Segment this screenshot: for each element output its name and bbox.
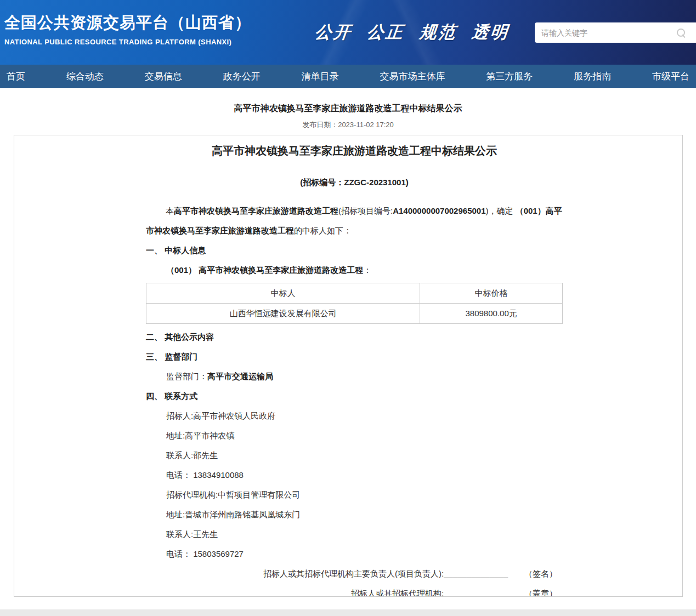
nav-item-city-platform[interactable]: 市级平台 xyxy=(652,70,689,83)
contact-line-person2: 联系人:王先生 xyxy=(146,524,563,544)
signature-line-signer: 招标人或其招标代理机构主要负责人(项目负责人):______________（签… xyxy=(146,564,563,584)
nav-item-trade-info[interactable]: 交易信息 xyxy=(145,70,182,83)
table-header-price: 中标价格 xyxy=(420,283,563,304)
slogan-word: 公开 xyxy=(314,21,353,44)
nav-item-home[interactable]: 首页 xyxy=(7,70,25,83)
slogan-word: 透明 xyxy=(471,21,510,44)
search-icon[interactable] xyxy=(677,28,685,37)
nav-item-third-party[interactable]: 第三方服务 xyxy=(486,70,533,83)
intro-paragraph: 本高平市神农镇换马至李家庄旅游道路改造工程(招标项目编号:A1400000007… xyxy=(146,201,563,241)
contact-line-phone2: 电话： 15803569727 xyxy=(146,544,563,564)
signature-line-seal: 招标人或其招标代理机构:______________（盖章） xyxy=(146,584,563,597)
winner-price: 3809800.00元 xyxy=(420,304,563,324)
nav-item-gov-disclosure[interactable]: 政务公开 xyxy=(223,70,261,83)
section2-heading: 二、 其他公示内容 xyxy=(146,327,563,347)
article-content: 高平市神农镇换马至李家庄旅游道路改造工程中标结果公示 (招标编号：ZZGC-20… xyxy=(146,144,563,597)
publish-date-value: 2023-11-02 17:20 xyxy=(338,121,394,129)
header-slogan: 公开 公正 规范 透明 xyxy=(315,21,522,44)
bid-number: (招标编号：ZZGC-20231001) xyxy=(146,173,563,192)
section1-heading: 一、 中标人信息 xyxy=(146,241,563,260)
bid-result-table: 中标人 中标价格 山西华恒远建设发展有限公司 3809800.00元 xyxy=(146,283,563,324)
slogan-word: 规范 xyxy=(418,21,458,44)
contact-line-address2: 地址:晋城市泽州南路铭基凤凰城东门 xyxy=(146,505,563,524)
section3-heading: 三、 监督部门 xyxy=(146,347,563,367)
contact-line-tenderer: 招标人:高平市神农镇人民政府 xyxy=(146,406,563,426)
site-logo-subtitle: NATIONAL PUBLIC RESOURCE TRADING PLATFOR… xyxy=(4,38,251,46)
publish-date-label: 发布日期： xyxy=(302,121,338,129)
page-title: 高平市神农镇换马至李家庄旅游道路改造工程中标结果公示 xyxy=(0,103,696,115)
nav-item-market-entities[interactable]: 交易市场主体库 xyxy=(380,70,445,83)
section4-heading: 四、 联系方式 xyxy=(146,386,563,406)
search-box xyxy=(535,22,696,43)
contact-line-phone1: 电话： 13834910088 xyxy=(146,465,563,485)
contact-line-address1: 地址:高平市神农镇 xyxy=(146,426,563,446)
slogan-word: 公正 xyxy=(366,21,405,44)
contact-line-agency: 招标代理机构:中哲项目管理有限公司 xyxy=(146,485,563,505)
footer-strip xyxy=(0,609,696,616)
article-title: 高平市神农镇换马至李家庄旅游道路改造工程中标结果公示 xyxy=(146,144,563,158)
table-row: 山西华恒远建设发展有限公司 3809800.00元 xyxy=(146,304,563,324)
article-box: 高平市神农镇换马至李家庄旅游道路改造工程中标结果公示 (招标编号：ZZGC-20… xyxy=(14,135,683,597)
site-header: 全国公共资源交易平台（山西省） NATIONAL PUBLIC RESOURCE… xyxy=(0,0,696,65)
table-header-winner: 中标人 xyxy=(146,283,420,304)
nav-item-list-catalog[interactable]: 清单目录 xyxy=(302,70,339,83)
nav-item-service-guide[interactable]: 服务指南 xyxy=(574,70,611,83)
section1-subtitle: （001） 高平市神农镇换马至李家庄旅游道路改造工程： xyxy=(146,260,563,280)
publish-date: 发布日期：2023-11-02 17:20 xyxy=(0,120,696,130)
site-logo-title: 全国公共资源交易平台（山西省） xyxy=(4,12,251,34)
nav-item-news[interactable]: 综合动态 xyxy=(66,70,104,83)
winner-name: 山西华恒远建设发展有限公司 xyxy=(146,304,420,324)
table-header-row: 中标人 中标价格 xyxy=(146,283,563,304)
site-logo[interactable]: 全国公共资源交易平台（山西省） NATIONAL PUBLIC RESOURCE… xyxy=(4,12,251,46)
main-nav: 首页 综合动态 交易信息 政务公开 清单目录 交易市场主体库 第三方服务 服务指… xyxy=(0,65,696,88)
supervisor-line: 监督部门：高平市交通运输局 xyxy=(146,367,563,386)
contact-line-person1: 联系人:邵先生 xyxy=(146,446,563,465)
search-input[interactable] xyxy=(541,28,677,37)
